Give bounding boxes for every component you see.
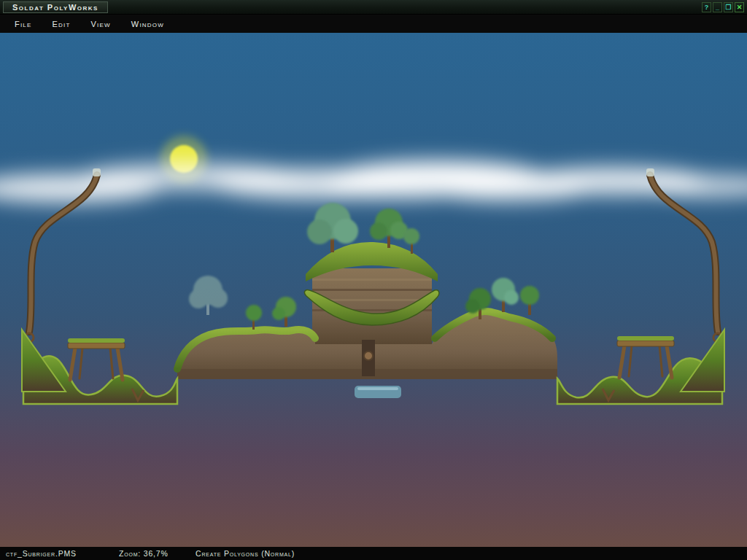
- status-current-tool: Create Polygons (Normal): [196, 549, 295, 558]
- window-controls: ? _ ❐ ✕: [702, 2, 744, 12]
- map-canvas[interactable]: [0, 33, 747, 547]
- menu-file[interactable]: File: [4, 18, 42, 31]
- close-button[interactable]: ✕: [735, 2, 744, 12]
- restore-button[interactable]: ❐: [724, 2, 733, 12]
- menu-bar: File Edit View Window: [0, 15, 747, 33]
- help-button[interactable]: ?: [702, 2, 711, 12]
- central-tower: [306, 242, 438, 344]
- menu-window[interactable]: Window: [121, 18, 174, 31]
- water-pool: [355, 386, 401, 398]
- status-filename: ctf_Subriger.PMS: [6, 549, 77, 558]
- status-bar: ctf_Subriger.PMS Zoom: 36,7% Create Poly…: [0, 547, 747, 560]
- title-bar: Soldat PolyWorks ? _ ❐ ✕: [0, 0, 747, 15]
- minimize-button[interactable]: _: [713, 2, 722, 12]
- window-title: Soldat PolyWorks: [3, 1, 108, 13]
- menu-edit[interactable]: Edit: [42, 18, 81, 31]
- map-viewport[interactable]: [0, 33, 747, 547]
- status-zoom-level: Zoom: 36,7%: [119, 549, 169, 558]
- app-window: Soldat PolyWorks ? _ ❐ ✕ File Edit View …: [0, 0, 747, 560]
- menu-view[interactable]: View: [81, 18, 121, 31]
